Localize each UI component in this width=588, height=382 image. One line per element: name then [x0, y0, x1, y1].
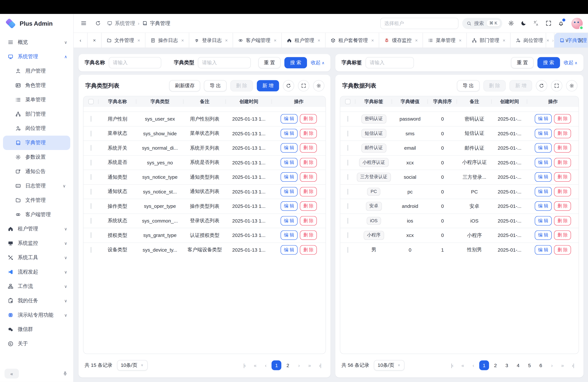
sidebar-item-globe[interactable]: 演示站专用功能∨ — [0, 308, 73, 322]
table-row[interactable]: 系统开关sys_normal_di...系统开关列表2025-01-13 1..… — [84, 141, 326, 155]
refresh-page-icon[interactable] — [92, 18, 103, 29]
sidebar-subitem-gear[interactable]: 参数设置 — [3, 150, 70, 164]
tab-fingerprint[interactable]: 登录日志× — [189, 33, 233, 47]
delete-button[interactable]: 删 除 — [554, 129, 571, 138]
delete-button[interactable]: 删 除 — [554, 114, 571, 124]
table-row[interactable]: 通知状态sys_notice_st...通知状态列表2025-01-13 1..… — [84, 184, 326, 199]
edit-button[interactable]: 编 辑 — [535, 114, 552, 124]
delete-button[interactable]: 删 除 — [554, 231, 571, 240]
table-row[interactable]: 授权类型sys_grant_type认证授权类型2025-01-13 1...编… — [84, 228, 326, 242]
row-checkbox[interactable] — [91, 130, 91, 136]
select-all-checkbox[interactable] — [88, 99, 94, 104]
search-button[interactable]: 搜 索 — [285, 57, 307, 68]
avatar[interactable] — [571, 18, 583, 29]
page-number[interactable]: 1 — [272, 361, 281, 370]
sidebar-item-monitor[interactable]: 系统管理∧ — [0, 49, 73, 64]
language-button[interactable]: 文A — [531, 18, 541, 28]
delete-button[interactable]: 删 除 — [300, 201, 317, 211]
row-checkbox[interactable] — [348, 130, 348, 136]
page-number[interactable]: 3 — [502, 361, 512, 370]
pager-next-icon[interactable]: » — [558, 361, 567, 370]
row-checkbox[interactable] — [91, 174, 91, 180]
edit-button[interactable]: 编 辑 — [535, 129, 552, 138]
edit-button[interactable]: 编 辑 — [280, 187, 298, 196]
sidebar-subitem-book[interactable]: 字典管理 — [3, 136, 70, 150]
delete-button[interactable]: 删 除 — [554, 143, 571, 153]
page-number[interactable]: 2 — [490, 361, 500, 370]
sidebar-item-vscode[interactable]: 流程发起∨ — [0, 265, 73, 279]
edit-button[interactable]: 编 辑 — [535, 158, 552, 167]
toolbar-button[interactable]: 删 除 — [230, 80, 253, 91]
row-checkbox[interactable] — [348, 218, 348, 224]
breadcrumb-item[interactable]: 字典管理 — [142, 20, 170, 27]
edit-button[interactable]: 编 辑 — [535, 143, 552, 153]
pager-next-icon[interactable]: › — [547, 361, 556, 370]
delete-button[interactable]: 删 除 — [300, 231, 317, 240]
table-row[interactable]: 男01性别男2025-01-...编 辑删 除 — [340, 242, 579, 257]
pager-prev-icon[interactable]: |‹ — [447, 361, 457, 370]
page-size-select[interactable]: 10条/页▼ — [374, 360, 404, 371]
breadcrumb-item[interactable]: 系统管理 — [107, 20, 135, 27]
toolbar-button[interactable]: 导 出 — [204, 80, 227, 91]
edit-button[interactable]: 编 辑 — [280, 143, 298, 153]
table-row[interactable]: 小程序认证xcx0小程序认证2025-01-...编 辑删 除 — [340, 155, 579, 170]
edit-button[interactable]: 编 辑 — [535, 245, 552, 255]
pager-prev-icon[interactable]: ‹ — [469, 361, 478, 370]
sidebar-item-home[interactable]: 租户管理∨ — [0, 222, 73, 236]
table-row[interactable]: 菜单状态sys_show_hide菜单状态列表2025-01-13 1...编 … — [84, 126, 326, 141]
tab-close-icon[interactable]: × — [503, 38, 505, 43]
tab-box[interactable]: 租户套餐管理× — [326, 33, 379, 47]
delete-button[interactable]: 删 除 — [554, 245, 571, 255]
sidebar-subitem-idcard[interactable]: 角色管理 — [3, 78, 70, 93]
table-row[interactable]: 用户性别sys_user_sex用户性别列表2025-01-13 1...编 辑… — [84, 111, 326, 126]
edit-button[interactable]: 编 辑 — [280, 158, 298, 167]
sidebar-item-menu[interactable]: 概览∨ — [0, 35, 73, 49]
row-checkbox[interactable] — [348, 233, 348, 238]
toolbar-button[interactable]: 新 增 — [510, 80, 532, 91]
sidebar-item-tools[interactable]: 系统工具∨ — [0, 251, 73, 265]
toolbar-button[interactable]: 刷新缓存 — [169, 80, 200, 91]
edit-button[interactable]: 编 辑 — [535, 231, 552, 240]
tabs-close-icon[interactable]: × — [87, 33, 102, 47]
delete-button[interactable]: 删 除 — [554, 216, 571, 226]
row-checkbox[interactable] — [91, 145, 91, 151]
tenant-select[interactable]: 选择租户 — [380, 18, 458, 29]
page-number[interactable]: 4 — [513, 361, 523, 370]
page-number[interactable]: 6 — [536, 361, 546, 370]
expand-button[interactable] — [298, 80, 309, 91]
edit-button[interactable]: 编 辑 — [280, 216, 298, 226]
table-row[interactable]: 小程序xcx0小程序2025-01-...编 辑删 除 — [340, 228, 579, 242]
sidebar-subitem-list[interactable]: 菜单管理 — [3, 92, 70, 107]
edit-button[interactable]: 编 辑 — [280, 172, 298, 182]
sidebar-item-org[interactable]: 工作流∨ — [0, 279, 73, 294]
notifications-button[interactable] — [556, 18, 566, 28]
delete-button[interactable]: 删 除 — [300, 129, 317, 138]
global-search[interactable]: 搜索 ⌘ K — [462, 18, 502, 29]
tab-folder[interactable]: 文件管理× — [102, 33, 145, 47]
table-row[interactable]: 三方登录认证social0三方登录...2025-01-...编 辑删 除 — [340, 170, 579, 184]
row-checkbox[interactable] — [348, 160, 348, 165]
row-checkbox[interactable] — [348, 174, 348, 180]
delete-button[interactable]: 删 除 — [554, 201, 571, 211]
table-row[interactable]: 系统状态sys_common_...登录状态列表2025-01-13 1...编… — [84, 213, 326, 228]
delete-button[interactable]: 删 除 — [300, 158, 317, 167]
tab-close-icon[interactable]: × — [138, 38, 140, 43]
hamburger-menu-icon[interactable] — [78, 18, 89, 29]
collapse-search-link[interactable]: 收起∧ — [311, 59, 325, 66]
toolbar-button[interactable]: 删 除 — [483, 80, 506, 91]
search-field-input[interactable]: 请输入 — [366, 57, 414, 68]
sidebar-subitem-dev[interactable]: DEV日志管理∨ — [3, 179, 70, 193]
table-row[interactable]: 短信认证sms0短信认证2025-01-...编 辑删 除 — [340, 126, 579, 141]
delete-button[interactable]: 删 除 — [300, 245, 317, 255]
tab-redis[interactable]: 缓存监控× — [379, 33, 423, 47]
edit-button[interactable]: 编 辑 — [535, 172, 552, 182]
table-row[interactable]: iOSios0iOS2025-01-...编 辑删 除 — [340, 213, 579, 228]
tab-link[interactable]: 客户端管理× — [233, 33, 282, 47]
search-field-input[interactable]: 请输入 — [109, 57, 161, 68]
delete-button[interactable]: 删 除 — [554, 187, 571, 196]
edit-button[interactable]: 编 辑 — [280, 114, 298, 124]
row-checkbox[interactable] — [348, 203, 348, 209]
table-row[interactable]: 系统是否sys_yes_no系统是否列表2025-01-13 1...编 辑删 … — [84, 155, 326, 170]
delete-button[interactable]: 删 除 — [554, 158, 571, 167]
row-checkbox[interactable] — [348, 116, 348, 122]
